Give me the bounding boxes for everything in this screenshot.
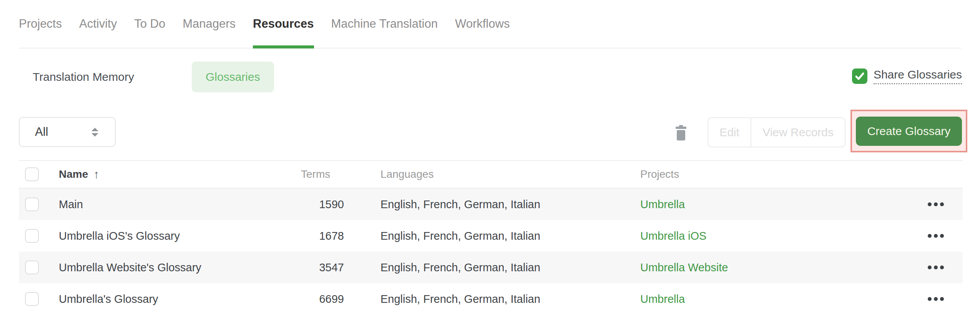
tab-resources[interactable]: Resources (253, 0, 314, 48)
create-glossary-highlight: Create Glossary (850, 110, 967, 152)
table-row: Main 1590 English, French, German, Itali… (19, 189, 963, 220)
languages-list: English, French, German, Italian (380, 261, 640, 274)
project-link[interactable]: Umbrella iOS (640, 230, 706, 242)
row-menu-icon[interactable] (925, 199, 947, 209)
terms-count: 1590 (301, 198, 344, 211)
languages-list: English, French, German, Italian (380, 230, 640, 242)
languages-list: English, French, German, Italian (380, 198, 640, 211)
glossary-name: Umbrella's Glossary (59, 293, 301, 306)
resources-subtabs: Translation Memory Glossaries (19, 62, 274, 92)
top-navigation: Projects Activity To Do Managers Resourc… (19, 0, 961, 48)
check-icon (855, 71, 865, 81)
tab-machine-translation[interactable]: Machine Translation (331, 0, 438, 48)
glossary-name: Umbrella Website's Glossary (59, 261, 301, 274)
column-header-languages: Languages (380, 168, 640, 180)
trash-icon (675, 125, 687, 140)
view-records-button[interactable]: View Records (751, 118, 845, 147)
terms-count: 6699 (301, 293, 344, 306)
glossaries-table: Name ↑ Terms Languages Projects Main 159… (19, 160, 963, 315)
select-all-checkbox[interactable] (25, 167, 39, 181)
terms-count: 1678 (301, 230, 344, 242)
row-checkbox[interactable] (25, 261, 39, 274)
languages-list: English, French, German, Italian (380, 293, 640, 306)
share-glossaries-control: Share Glossaries (852, 68, 962, 84)
row-checkbox[interactable] (25, 292, 39, 306)
subtab-translation-memory[interactable]: Translation Memory (19, 62, 148, 92)
glossary-name: Umbrella iOS's Glossary (59, 230, 301, 242)
column-header-projects: Projects (640, 168, 909, 180)
terms-count: 3547 (301, 261, 344, 274)
create-glossary-button[interactable]: Create Glossary (856, 117, 962, 146)
edit-button[interactable]: Edit (708, 118, 751, 147)
glossary-name: Main (59, 198, 301, 211)
row-menu-icon[interactable] (925, 262, 947, 272)
tab-projects[interactable]: Projects (19, 0, 62, 48)
tab-todo[interactable]: To Do (134, 0, 165, 48)
table-row: Umbrella's Glossary 6699 English, French… (19, 283, 963, 315)
project-link[interactable]: Umbrella (640, 293, 685, 306)
row-checkbox[interactable] (25, 197, 39, 211)
glossary-actions-group: Edit View Records (708, 117, 845, 147)
project-link[interactable]: Umbrella (640, 198, 685, 211)
dropdown-sorter-icon (91, 128, 98, 137)
column-header-name[interactable]: Name ↑ (59, 168, 99, 181)
row-menu-icon[interactable] (925, 231, 947, 241)
project-link[interactable]: Umbrella Website (640, 261, 728, 274)
subtab-glossaries[interactable]: Glossaries (192, 62, 274, 92)
tab-managers[interactable]: Managers (183, 0, 236, 48)
table-header: Name ↑ Terms Languages Projects (19, 161, 963, 189)
row-menu-icon[interactable] (925, 294, 947, 304)
glossary-filter-dropdown[interactable]: All (19, 117, 116, 147)
row-checkbox[interactable] (25, 229, 39, 243)
tab-workflows[interactable]: Workflows (455, 0, 510, 48)
column-header-terms: Terms (301, 168, 344, 180)
delete-glossary-button[interactable] (675, 125, 687, 140)
table-row: Umbrella Website's Glossary 3547 English… (19, 252, 963, 283)
table-row: Umbrella iOS's Glossary 1678 English, Fr… (19, 220, 963, 252)
tab-activity[interactable]: Activity (79, 0, 117, 48)
share-glossaries-label[interactable]: Share Glossaries (874, 68, 962, 84)
filter-selected-value: All (35, 125, 91, 139)
sort-ascending-icon: ↑ (93, 168, 99, 181)
share-glossaries-checkbox[interactable] (852, 68, 867, 84)
